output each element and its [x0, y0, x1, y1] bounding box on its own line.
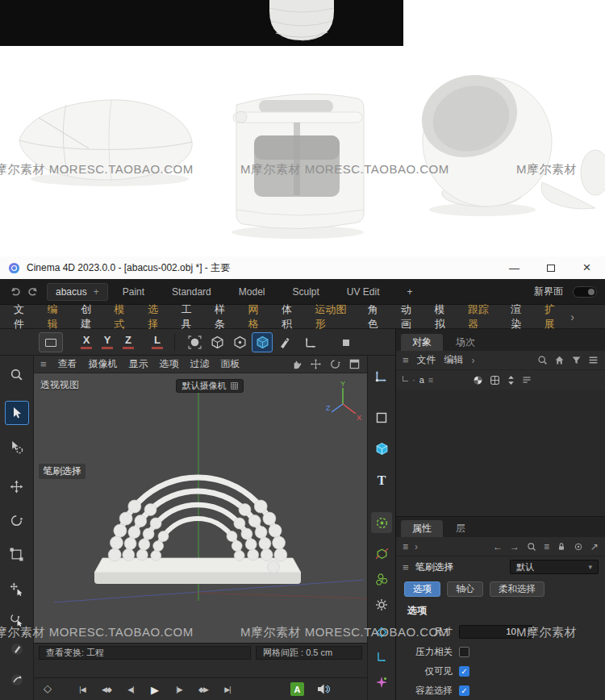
menu-mesh[interactable]: 网格 [241, 302, 275, 331]
tool-header-menu-icon[interactable]: ≡ [403, 561, 409, 573]
plane-icon[interactable] [371, 407, 392, 428]
object-row-menu-icon[interactable]: ≡ [428, 375, 433, 385]
selection-brush-tool-icon[interactable] [5, 435, 29, 459]
menu-render[interactable]: 渲染 [503, 302, 537, 331]
pivot-mode-button[interactable]: 轴心 [447, 581, 483, 597]
size-stepper[interactable]: ▴ ▾ [528, 626, 530, 638]
list-menu-icon[interactable] [588, 355, 599, 365]
layout-preset-paint[interactable]: Paint [123, 286, 144, 298]
pen-tool-icon[interactable] [5, 637, 29, 661]
history-back-icon[interactable]: ← [493, 541, 503, 552]
object-list-empty-area[interactable] [396, 390, 605, 516]
goto-start-button[interactable]: |◀ [73, 682, 92, 697]
visible-only-checkbox[interactable]: ✓ [459, 666, 469, 677]
axis-lock-x-button[interactable]: X [79, 334, 94, 346]
gear-icon[interactable] [371, 594, 392, 615]
star-icon[interactable] [371, 672, 392, 693]
next-frame-button[interactable]: |▶ [169, 682, 189, 697]
object-name[interactable]: a [419, 375, 424, 385]
menu-simulate[interactable]: 模拟 [428, 302, 461, 331]
last-tool-button[interactable] [39, 332, 63, 352]
menu-tracker[interactable]: 跟踪器 [461, 302, 503, 331]
bracket-icon[interactable] [371, 646, 392, 667]
cube-icon[interactable] [371, 438, 392, 459]
menu-mograph[interactable]: 运动图形 [308, 302, 361, 331]
viewport-canvas[interactable]: 透视视图 默认摄像机 笔刷选择 Y Z [34, 373, 367, 643]
object-menu-edit[interactable]: 编辑 [444, 353, 464, 367]
object-menu-overflow[interactable]: › [472, 355, 475, 366]
next-key-button[interactable]: ◆▶ [194, 682, 213, 697]
text-tool-icon[interactable]: T [371, 470, 392, 491]
search-icon[interactable] [537, 355, 548, 365]
filter-menu-icon[interactable]: ≡ [544, 541, 549, 552]
menu-tools[interactable]: 工具 [174, 302, 208, 331]
menu-volume[interactable]: 体积 [274, 302, 308, 331]
search-tool-icon[interactable] [5, 362, 29, 386]
sound-icon[interactable] [316, 682, 331, 696]
pressure-checkbox[interactable] [459, 647, 469, 657]
stepper-down-icon[interactable]: ▾ [528, 631, 530, 635]
layout-preset-uvedit[interactable]: UV Edit [347, 286, 380, 298]
minimize-button[interactable]: — [496, 256, 532, 279]
axis-lock-z-button[interactable]: Z [121, 334, 136, 346]
prev-key-button[interactable]: ◀◆ [97, 682, 116, 697]
live-selection-tool-icon[interactable] [5, 401, 29, 425]
play-button[interactable]: ▶ [145, 682, 165, 697]
menu-file[interactable]: 文件 [6, 302, 40, 331]
axis-cube-icon[interactable] [371, 543, 392, 564]
simulation-icon[interactable] [371, 512, 392, 533]
rotate-view-icon[interactable] [329, 358, 341, 370]
vp-menu-display[interactable]: 显示 [129, 357, 148, 371]
history-forward-icon[interactable]: → [510, 541, 519, 552]
filter-funnel-icon[interactable] [571, 355, 582, 365]
viewport-menu-icon[interactable]: ≡ [40, 358, 47, 370]
rotate-tool-icon[interactable] [5, 508, 29, 532]
layout-preset-standard[interactable]: Standard [172, 286, 211, 298]
maximize-button[interactable] [532, 256, 569, 279]
honeycomb-icon[interactable] [371, 569, 392, 590]
point-mode-icon[interactable] [229, 332, 250, 352]
tolerant-checkbox[interactable]: ✓ [459, 685, 469, 696]
layout-preset-sculpt[interactable]: Sculpt [292, 286, 319, 298]
tab-layers[interactable]: 层 [444, 520, 477, 537]
close-button[interactable]: × [569, 256, 605, 279]
diamond-icon[interactable] [371, 622, 392, 643]
home-icon[interactable] [554, 355, 565, 365]
menu-overflow-chevron[interactable]: › [570, 310, 574, 323]
axis-lock-y-button[interactable]: Y [100, 334, 115, 346]
prev-frame-button[interactable]: ◀| [121, 682, 140, 697]
rotate-cursor-tool-icon[interactable] [5, 607, 29, 631]
new-interface-label[interactable]: 新界面 [534, 285, 563, 298]
vp-menu-view[interactable]: 查看 [58, 357, 77, 371]
search-icon[interactable] [527, 542, 536, 552]
object-menu-file[interactable]: 文件 [417, 353, 436, 367]
lock-icon[interactable] [557, 542, 566, 552]
vp-menu-camera[interactable]: 摄像机 [89, 357, 118, 371]
add-layout-button[interactable]: + [407, 286, 413, 298]
snap-toggle-icon[interactable] [336, 332, 357, 352]
attribute-overflow-chevron[interactable]: › [415, 541, 418, 552]
attribute-menu-icon[interactable]: ≡ [403, 541, 408, 552]
spline-pen-icon[interactable] [274, 332, 295, 352]
polygon-mode-icon[interactable] [252, 332, 273, 352]
view-label[interactable]: 透视视图 [40, 378, 79, 392]
keyframe-diamond-icon[interactable]: ◇ [44, 682, 52, 694]
scale-tool-icon[interactable] [5, 542, 29, 566]
document-tab-abacus[interactable]: abacus + [47, 283, 108, 301]
pan-hand-icon[interactable] [290, 358, 302, 370]
menu-character[interactable]: 角色 [361, 302, 394, 331]
menu-extensions[interactable]: 扩展 [537, 302, 571, 331]
axis-workplane-icon[interactable] [300, 332, 321, 352]
menu-create[interactable]: 创建 [73, 302, 107, 331]
options-section-header[interactable]: 选项 [396, 600, 605, 621]
add-document-icon[interactable]: + [94, 286, 99, 298]
vp-menu-panel[interactable]: 面板 [221, 357, 240, 371]
target-icon[interactable] [574, 542, 583, 552]
external-link-icon[interactable]: ↗ [590, 541, 599, 552]
soft-selection-mode-button[interactable]: 柔和选择 [490, 581, 544, 597]
visibility-dots-icon[interactable] [507, 375, 515, 385]
goto-end-button[interactable]: ▶| [218, 682, 237, 697]
move-cursor-tool-icon[interactable] [5, 577, 29, 601]
coordinate-system-button[interactable]: L [150, 334, 165, 346]
menu-spline[interactable]: 样条 [207, 302, 241, 331]
